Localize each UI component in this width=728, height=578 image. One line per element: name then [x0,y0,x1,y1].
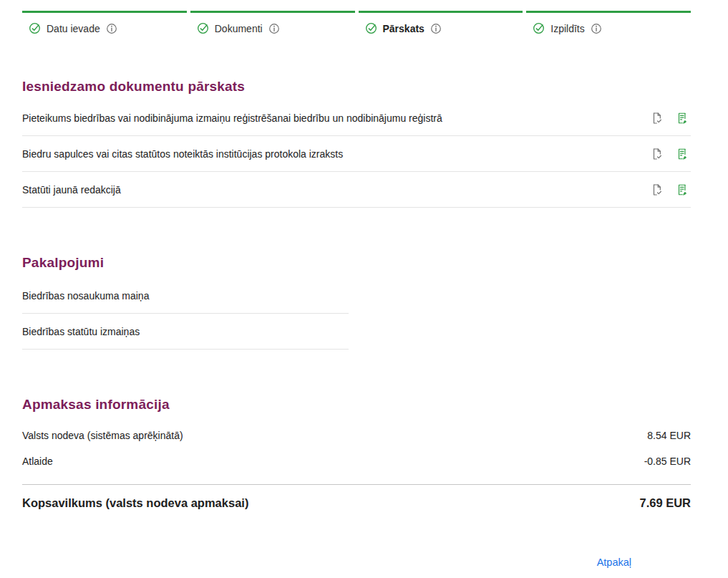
check-circle-icon [533,22,545,34]
document-row: Biedru sapulces vai citas statūtos notei… [22,136,691,172]
document-row: Pieteikums biedrības vai nodibinājuma iz… [22,100,691,136]
services-section-title: Pakalpojumi [22,255,691,271]
fee-value: -0.85 EUR [644,456,691,467]
step-label: Datu ievade [47,23,100,34]
service-row: Biedrības statūtu izmaiņas [22,314,349,350]
file-sign-icon[interactable] [674,182,690,198]
file-sign-icon[interactable] [674,110,690,126]
fee-value: 8.54 EUR [647,430,691,441]
payment-section-title: Apmaksas informācija [22,397,691,413]
summary-value: 7.69 EUR [639,496,691,510]
file-check-icon[interactable] [649,110,665,126]
info-icon[interactable] [268,23,280,34]
info-icon[interactable] [430,23,442,34]
step-parskats-link[interactable]: Pārskats [365,22,523,34]
step-datu-ievade: Datu ievade [22,11,187,34]
check-circle-icon [197,22,209,34]
step-datu-ievade-link[interactable]: Datu ievade [29,22,187,34]
back-link[interactable]: Atpakaļ [597,557,631,568]
step-label: Dokumenti [215,23,263,34]
info-icon[interactable] [106,23,117,34]
services-section: Pakalpojumi Biedrības nosaukuma maiņa Bi… [22,255,691,350]
fee-row: Atlaide -0.85 EUR [22,448,691,474]
document-actions [649,146,691,162]
step-dokumenti: Dokumenti [190,11,355,34]
summary-row: Kopsavilkums (valsts nodeva apmaksai) 7.… [22,485,691,520]
summary-label: Kopsavilkums (valsts nodeva apmaksai) [22,496,248,510]
step-izpildits: Izpildīts [526,11,691,34]
step-label: Izpildīts [550,23,584,34]
progress-stepper: Datu ievade Dokumenti Pārskats Izpildīts [22,11,691,34]
service-name: Biedrības nosaukuma maiņa [22,290,149,302]
fee-label: Valsts nodeva (sistēmas aprēķinātā) [22,430,183,441]
file-sign-icon[interactable] [674,146,690,162]
step-dokumenti-link[interactable]: Dokumenti [197,22,355,34]
step-label: Pārskats [383,23,424,34]
info-icon[interactable] [591,23,602,34]
documents-section: Iesniedzamo dokumentu pārskats Pieteikum… [22,79,691,208]
step-parskats: Pārskats [359,11,523,34]
check-circle-icon [365,22,377,34]
document-actions [649,110,691,126]
document-name: Statūti jaunā redakcijā [22,184,121,196]
service-row: Biedrības nosaukuma maiņa [22,278,349,314]
file-check-icon[interactable] [649,146,665,162]
check-circle-icon [29,22,41,34]
footer: Atpakaļ [22,556,691,569]
document-name: Biedru sapulces vai citas statūtos notei… [22,148,343,160]
document-name: Pieteikums biedrības vai nodibinājuma iz… [22,112,442,124]
file-check-icon[interactable] [649,182,665,198]
main-content: Datu ievade Dokumenti Pārskats Izpildīts [22,11,691,569]
document-row: Statūti jaunā redakcijā [22,172,691,208]
documents-section-title: Iesniedzamo dokumentu pārskats [22,79,691,95]
service-name: Biedrības statūtu izmaiņas [22,326,140,337]
fee-row: Valsts nodeva (sistēmas aprēķinātā) 8.54… [22,423,691,448]
document-actions [649,182,691,198]
step-izpildits-link[interactable]: Izpildīts [533,22,691,34]
payment-section: Apmaksas informācija Valsts nodeva (sist… [22,397,691,520]
fee-label: Atlaide [22,456,53,467]
